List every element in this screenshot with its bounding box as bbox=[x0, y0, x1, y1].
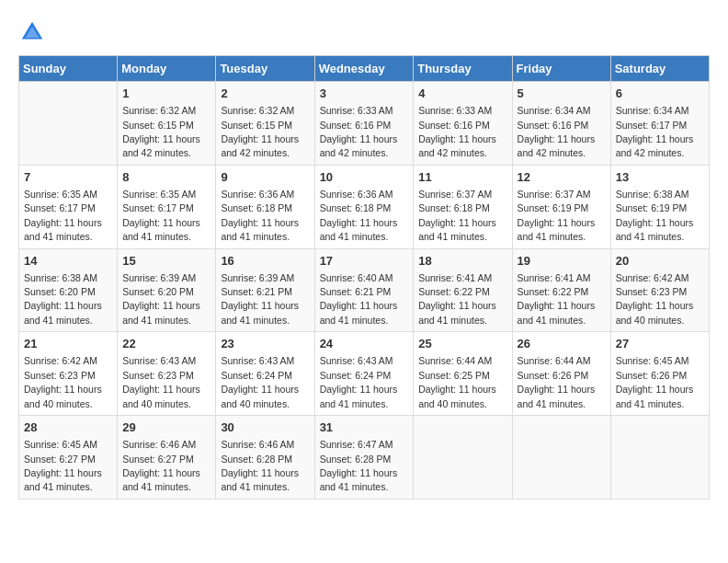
day-number: 27 bbox=[616, 336, 704, 352]
sunrise-info: Sunrise: 6:35 AM bbox=[24, 189, 97, 200]
sunrise-info: Sunrise: 6:44 AM bbox=[418, 355, 492, 366]
sunrise-info: Sunrise: 6:41 AM bbox=[418, 272, 492, 283]
day-number: 12 bbox=[518, 169, 606, 186]
sunset-info: Sunset: 6:23 PM bbox=[616, 286, 688, 297]
sunrise-info: Sunrise: 6:44 AM bbox=[518, 355, 591, 366]
sunrise-info: Sunrise: 6:43 AM bbox=[122, 355, 196, 366]
daylight-info: Daylight: 11 hours and 41 minutes. bbox=[518, 384, 596, 408]
sunrise-info: Sunrise: 6:43 AM bbox=[320, 355, 393, 366]
sunrise-info: Sunrise: 6:36 AM bbox=[320, 189, 393, 200]
day-number: 21 bbox=[24, 336, 112, 352]
daylight-info: Daylight: 11 hours and 41 minutes. bbox=[221, 467, 299, 492]
calendar-day-cell: 3 Sunrise: 6:33 AM Sunset: 6:16 PM Dayli… bbox=[314, 82, 414, 166]
day-of-week-header: Thursday bbox=[414, 56, 512, 82]
daylight-info: Daylight: 11 hours and 42 minutes. bbox=[122, 133, 200, 158]
daylight-info: Daylight: 11 hours and 41 minutes. bbox=[320, 467, 398, 492]
sunset-info: Sunset: 6:24 PM bbox=[320, 370, 392, 381]
day-number: 23 bbox=[221, 336, 309, 352]
daylight-info: Daylight: 11 hours and 41 minutes. bbox=[616, 217, 694, 242]
calendar-day-cell: 7 Sunrise: 6:35 AM Sunset: 6:17 PM Dayli… bbox=[19, 165, 118, 248]
calendar-day-cell: 20 Sunrise: 6:42 AM Sunset: 6:23 PM Dayl… bbox=[610, 248, 709, 332]
calendar-day-cell: 17 Sunrise: 6:40 AM Sunset: 6:21 PM Dayl… bbox=[314, 248, 414, 332]
day-number: 22 bbox=[122, 336, 210, 352]
day-number: 13 bbox=[616, 169, 704, 186]
sunset-info: Sunset: 6:26 PM bbox=[518, 370, 589, 381]
sunset-info: Sunset: 6:17 PM bbox=[616, 120, 688, 131]
calendar-week-row: 1 Sunrise: 6:32 AM Sunset: 6:15 PM Dayli… bbox=[19, 82, 710, 166]
calendar-day-cell: 31 Sunrise: 6:47 AM Sunset: 6:28 PM Dayl… bbox=[314, 416, 414, 500]
day-of-week-header: Wednesday bbox=[314, 56, 414, 82]
calendar-day-cell: 15 Sunrise: 6:39 AM Sunset: 6:20 PM Dayl… bbox=[118, 248, 216, 332]
day-number: 29 bbox=[122, 419, 210, 436]
sunrise-info: Sunrise: 6:46 AM bbox=[221, 439, 294, 450]
day-of-week-header: Tuesday bbox=[216, 56, 314, 82]
sunset-info: Sunset: 6:15 PM bbox=[221, 120, 292, 131]
day-number: 6 bbox=[616, 86, 704, 102]
calendar-day-cell: 23 Sunrise: 6:43 AM Sunset: 6:24 PM Dayl… bbox=[216, 332, 314, 416]
sunset-info: Sunset: 6:28 PM bbox=[320, 454, 392, 465]
daylight-info: Daylight: 11 hours and 42 minutes. bbox=[221, 133, 299, 158]
day-number: 9 bbox=[221, 169, 309, 186]
daylight-info: Daylight: 11 hours and 41 minutes. bbox=[418, 217, 496, 242]
sunrise-info: Sunrise: 6:45 AM bbox=[616, 355, 689, 366]
day-number: 26 bbox=[518, 336, 606, 352]
calendar-day-cell: 14 Sunrise: 6:38 AM Sunset: 6:20 PM Dayl… bbox=[19, 248, 118, 332]
sunrise-info: Sunrise: 6:35 AM bbox=[122, 189, 196, 200]
sunset-info: Sunset: 6:20 PM bbox=[122, 286, 194, 297]
day-number: 24 bbox=[320, 336, 409, 352]
calendar-day-cell: 21 Sunrise: 6:42 AM Sunset: 6:23 PM Dayl… bbox=[19, 332, 118, 416]
daylight-info: Daylight: 11 hours and 41 minutes. bbox=[418, 300, 496, 325]
calendar-day-cell: 22 Sunrise: 6:43 AM Sunset: 6:23 PM Dayl… bbox=[118, 332, 216, 416]
daylight-info: Daylight: 11 hours and 40 minutes. bbox=[122, 384, 200, 408]
day-number: 7 bbox=[24, 169, 112, 186]
calendar-day-cell: 16 Sunrise: 6:39 AM Sunset: 6:21 PM Dayl… bbox=[216, 248, 314, 332]
sunset-info: Sunset: 6:16 PM bbox=[418, 120, 490, 131]
sunrise-info: Sunrise: 6:33 AM bbox=[418, 105, 492, 116]
sunrise-info: Sunrise: 6:37 AM bbox=[418, 189, 492, 200]
calendar-day-cell: 30 Sunrise: 6:46 AM Sunset: 6:28 PM Dayl… bbox=[216, 416, 314, 500]
sunrise-info: Sunrise: 6:43 AM bbox=[221, 355, 294, 366]
day-number: 14 bbox=[24, 253, 112, 270]
daylight-info: Daylight: 11 hours and 41 minutes. bbox=[221, 217, 299, 242]
daylight-info: Daylight: 11 hours and 41 minutes. bbox=[122, 217, 200, 242]
day-number: 11 bbox=[418, 169, 506, 186]
sunrise-info: Sunrise: 6:32 AM bbox=[221, 105, 294, 116]
daylight-info: Daylight: 11 hours and 41 minutes. bbox=[320, 384, 398, 408]
calendar-day-cell: 8 Sunrise: 6:35 AM Sunset: 6:17 PM Dayli… bbox=[118, 165, 216, 248]
day-number: 1 bbox=[122, 86, 210, 102]
sunrise-info: Sunrise: 6:38 AM bbox=[616, 189, 689, 200]
sunrise-info: Sunrise: 6:39 AM bbox=[221, 272, 294, 283]
sunrise-info: Sunrise: 6:41 AM bbox=[518, 272, 591, 283]
sunrise-info: Sunrise: 6:37 AM bbox=[518, 189, 591, 200]
sunset-info: Sunset: 6:17 PM bbox=[122, 202, 194, 213]
sunset-info: Sunset: 6:22 PM bbox=[418, 286, 490, 297]
day-number: 16 bbox=[221, 253, 309, 270]
daylight-info: Daylight: 11 hours and 42 minutes. bbox=[320, 133, 398, 158]
calendar-day-cell: 19 Sunrise: 6:41 AM Sunset: 6:22 PM Dayl… bbox=[512, 248, 610, 332]
daylight-info: Daylight: 11 hours and 41 minutes. bbox=[122, 467, 200, 492]
day-number: 17 bbox=[320, 253, 409, 270]
sunrise-info: Sunrise: 6:40 AM bbox=[320, 272, 393, 283]
sunset-info: Sunset: 6:19 PM bbox=[518, 202, 589, 213]
calendar-day-cell: 5 Sunrise: 6:34 AM Sunset: 6:16 PM Dayli… bbox=[512, 82, 610, 166]
day-number: 15 bbox=[122, 253, 210, 270]
daylight-info: Daylight: 11 hours and 41 minutes. bbox=[122, 300, 200, 325]
daylight-info: Daylight: 11 hours and 40 minutes. bbox=[418, 384, 496, 408]
sunset-info: Sunset: 6:28 PM bbox=[221, 454, 292, 465]
day-number: 25 bbox=[418, 336, 506, 352]
calendar-day-cell: 24 Sunrise: 6:43 AM Sunset: 6:24 PM Dayl… bbox=[314, 332, 414, 416]
sunset-info: Sunset: 6:20 PM bbox=[24, 286, 96, 297]
daylight-info: Daylight: 11 hours and 41 minutes. bbox=[24, 217, 102, 242]
daylight-info: Daylight: 11 hours and 42 minutes. bbox=[518, 133, 596, 158]
calendar-day-cell bbox=[19, 82, 118, 166]
sunset-info: Sunset: 6:19 PM bbox=[616, 202, 688, 213]
sunset-info: Sunset: 6:18 PM bbox=[320, 202, 392, 213]
calendar-day-cell: 29 Sunrise: 6:46 AM Sunset: 6:27 PM Dayl… bbox=[118, 416, 216, 500]
sunset-info: Sunset: 6:26 PM bbox=[616, 370, 688, 381]
calendar-day-cell: 28 Sunrise: 6:45 AM Sunset: 6:27 PM Dayl… bbox=[19, 416, 118, 500]
sunset-info: Sunset: 6:23 PM bbox=[24, 370, 96, 381]
sunset-info: Sunset: 6:18 PM bbox=[221, 202, 292, 213]
calendar-week-row: 28 Sunrise: 6:45 AM Sunset: 6:27 PM Dayl… bbox=[19, 416, 710, 500]
sunrise-info: Sunrise: 6:46 AM bbox=[122, 439, 196, 450]
sunrise-info: Sunrise: 6:34 AM bbox=[616, 105, 689, 116]
